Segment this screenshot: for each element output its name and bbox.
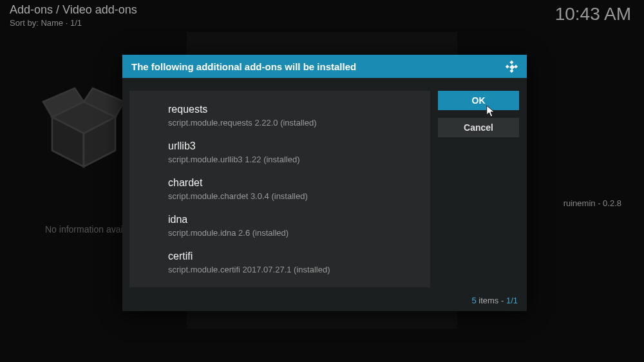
list-item[interactable]: idna script.module.idna 2.6 (installed): [129, 207, 430, 244]
header: Add-ons / Video add-ons Sort by: Name · …: [10, 3, 634, 28]
addon-detail: script.module.urllib3 1.22 (installed): [168, 155, 430, 164]
svg-rect-7: [509, 64, 515, 70]
addon-name: certifi: [168, 251, 430, 262]
footer-items-word: items -: [477, 296, 506, 305]
addon-name: chardet: [168, 177, 430, 189]
svg-rect-5: [509, 61, 513, 64]
ok-button[interactable]: OK: [438, 91, 519, 110]
list-item[interactable]: urllib3 script.module.urllib3 1.22 (inst…: [129, 134, 430, 171]
clock: 10:43 AM: [555, 4, 631, 24]
dialog-header: The following additional add-ons will be…: [122, 55, 527, 78]
addon-name: idna: [168, 214, 430, 225]
dialog-buttons: OK Cancel: [430, 78, 527, 293]
dialog-footer: 5 items - 1/1: [122, 293, 527, 311]
dialog-body: requests script.module.requests 2.22.0 (…: [122, 78, 527, 293]
footer-page: 1/1: [506, 296, 518, 305]
kodi-logo-icon: [505, 60, 518, 73]
svg-rect-8: [509, 69, 513, 73]
cancel-button[interactable]: Cancel: [438, 118, 519, 137]
addon-detail: script.module.requests 2.22.0 (installed…: [168, 118, 430, 128]
svg-rect-6: [506, 64, 509, 68]
package-icon: [39, 84, 129, 174]
footer-count: 5: [471, 296, 476, 305]
svg-rect-9: [514, 64, 518, 68]
list-item[interactable]: requests script.module.requests 2.22.0 (…: [129, 97, 430, 134]
sort-separator: ·: [66, 18, 70, 28]
sort-info: Sort by: Name · 1/1: [10, 18, 634, 28]
addon-version-label: ruinemin - 0.2.8: [564, 198, 621, 208]
dialog-title: The following additional add-ons will be…: [131, 61, 356, 72]
sort-page: 1/1: [70, 18, 82, 28]
sort-label: Sort by: Name: [10, 18, 63, 28]
list-item[interactable]: certifi script.module.certifi 2017.07.27…: [129, 244, 430, 281]
addon-name: requests: [168, 104, 430, 115]
install-addons-dialog: The following additional add-ons will be…: [122, 55, 527, 311]
addon-name: urllib3: [168, 140, 430, 152]
addon-detail: script.module.idna 2.6 (installed): [168, 228, 430, 238]
addon-detail: script.module.certifi 2017.07.27.1 (inst…: [168, 265, 430, 274]
breadcrumb: Add-ons / Video add-ons: [10, 3, 634, 17]
addon-detail: script.module.chardet 3.0.4 (installed): [168, 191, 430, 201]
list-item[interactable]: chardet script.module.chardet 3.0.4 (ins…: [129, 171, 430, 207]
addon-list[interactable]: requests script.module.requests 2.22.0 (…: [129, 91, 430, 287]
